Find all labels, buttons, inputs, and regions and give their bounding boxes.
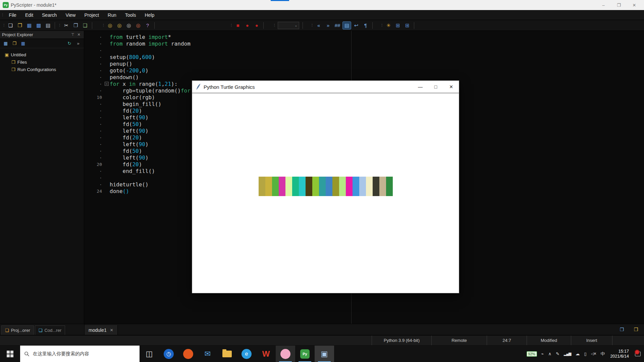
ime-indicator[interactable]: 中 bbox=[600, 351, 605, 357]
battery-badge[interactable]: 92% bbox=[527, 351, 537, 357]
pen-icon[interactable]: ✎ bbox=[556, 351, 559, 356]
project-explorer-toolbar: ▦❐▦↻» bbox=[0, 39, 84, 48]
taskbar-search-input[interactable]: 在这里输入你要搜索的内容 bbox=[20, 346, 140, 362]
export-icon[interactable]: ▤ bbox=[44, 21, 52, 29]
find-next-icon[interactable]: ◎ bbox=[115, 21, 124, 29]
menu-file[interactable]: File bbox=[4, 10, 21, 20]
window-layout-icon[interactable]: ⊞ bbox=[403, 21, 412, 29]
volume-muted-icon[interactable]: ◁✕ bbox=[591, 352, 596, 356]
orange-app-icon[interactable] bbox=[178, 346, 198, 362]
photos-app-icon[interactable] bbox=[276, 346, 295, 362]
task-view-icon[interactable]: ◫ bbox=[140, 346, 159, 362]
maximize-button[interactable]: ❐ bbox=[611, 0, 627, 10]
menu-tools[interactable]: Tools bbox=[121, 10, 141, 20]
project-save-icon[interactable]: ▦ bbox=[19, 40, 27, 47]
turtle-graphics-window[interactable]: Python Turtle Graphics — □ ✕ bbox=[192, 80, 459, 293]
cut-icon[interactable]: ✂ bbox=[62, 21, 71, 29]
start-button[interactable] bbox=[0, 346, 20, 362]
code-token: ): bbox=[171, 81, 177, 87]
mail-app-icon[interactable]: ✉ bbox=[198, 346, 217, 362]
pilcrow-icon[interactable]: ¶ bbox=[361, 21, 370, 29]
line-numbers-icon[interactable]: ## bbox=[333, 21, 342, 29]
taskbar-clock[interactable]: 15:17 2021/6/14 bbox=[607, 349, 632, 359]
turtle-window-titlebar[interactable]: Python Turtle Graphics — □ ✕ bbox=[192, 81, 459, 93]
find-icon[interactable]: ◎ bbox=[106, 21, 114, 29]
dock-tab-projorer[interactable]: ❏Proj...orer bbox=[1, 325, 34, 335]
run-config-combo[interactable]: ⌄ bbox=[278, 22, 299, 29]
find-in-files-icon[interactable]: ◎ bbox=[134, 21, 143, 29]
code-token: 1 bbox=[158, 81, 162, 87]
active-app-icon[interactable]: ▣ bbox=[315, 346, 334, 362]
code-token: color(rgb) bbox=[110, 94, 155, 101]
gutter-label: 20 bbox=[84, 162, 104, 167]
code-token: -200 bbox=[126, 67, 139, 74]
folder-icon bbox=[222, 351, 232, 357]
cloud-icon[interactable]: ☁ bbox=[576, 351, 580, 356]
open-file-icon[interactable]: ❐ bbox=[15, 21, 24, 29]
turtle-minimize-button[interactable]: — bbox=[413, 81, 428, 93]
minimize-button[interactable]: – bbox=[596, 0, 611, 10]
color-swatch bbox=[319, 177, 326, 196]
tree-item-run-configurations[interactable]: ❒Run Configurations bbox=[0, 66, 84, 73]
table-icon[interactable]: ⊞ bbox=[393, 21, 402, 29]
paste-icon[interactable]: ❑ bbox=[81, 21, 90, 29]
code-line: · bbox=[84, 47, 239, 54]
help-search-icon[interactable]: ? bbox=[143, 21, 152, 29]
toolbar-grip: ⁞ bbox=[229, 23, 233, 28]
tray-expand-icon[interactable]: ∧ bbox=[548, 351, 551, 356]
breakpoint-icon[interactable]: ● bbox=[243, 21, 252, 29]
clear-breakpoints-icon[interactable]: ● bbox=[252, 21, 261, 29]
indent-icon[interactable]: » bbox=[324, 21, 332, 29]
menu-help[interactable]: Help bbox=[140, 10, 159, 20]
gutter-label: 10 bbox=[84, 95, 104, 100]
color-swatch bbox=[312, 177, 319, 196]
close-button[interactable]: ✕ bbox=[627, 0, 642, 10]
turtle-maximize-button[interactable]: □ bbox=[428, 81, 443, 93]
file-explorer-icon[interactable] bbox=[217, 346, 237, 362]
edge-browser-icon[interactable]: e bbox=[237, 346, 256, 362]
clock-app-icon[interactable]: ◷ bbox=[159, 346, 178, 362]
menu-edit[interactable]: Edit bbox=[21, 10, 38, 20]
replace-icon[interactable]: ◎ bbox=[124, 21, 133, 29]
panel-overflow-icon[interactable]: » bbox=[74, 40, 82, 47]
save-all-icon[interactable]: ▩ bbox=[34, 21, 43, 29]
unindent-icon[interactable]: « bbox=[314, 21, 323, 29]
tab-close-icon[interactable]: ✕ bbox=[110, 328, 113, 333]
project-open-icon[interactable]: ❐ bbox=[10, 40, 18, 47]
battery-icon[interactable]: ▯ bbox=[584, 351, 587, 356]
options-icon[interactable]: ✳ bbox=[384, 21, 393, 29]
menu-project[interactable]: Project bbox=[80, 10, 103, 20]
tab-module1[interactable]: module1 ✕ bbox=[85, 325, 118, 335]
pin-icon[interactable]: ⊤ bbox=[70, 33, 76, 37]
tree-item-files[interactable]: ❒Files bbox=[0, 58, 84, 66]
menu-search[interactable]: Search bbox=[38, 10, 61, 20]
clock-time: 15:17 bbox=[610, 349, 629, 354]
toolbar-divider bbox=[372, 22, 373, 29]
project-new-icon[interactable]: ▦ bbox=[2, 40, 10, 47]
turtle-close-button[interactable]: ✕ bbox=[443, 81, 459, 93]
network-signal-icon[interactable]: ▂▄▆ bbox=[564, 352, 571, 356]
menu-view[interactable]: View bbox=[61, 10, 80, 20]
word-wrap-icon[interactable]: ↩ bbox=[352, 21, 361, 29]
wps-office-icon[interactable]: W bbox=[256, 346, 276, 362]
app-icon-shape: Py bbox=[300, 349, 310, 359]
fold-marker-icon[interactable]: − bbox=[105, 82, 109, 86]
tree-item-untitled[interactable]: ▣Untitled bbox=[0, 51, 84, 58]
save-file-icon[interactable]: ▦ bbox=[25, 21, 34, 29]
project-refresh-icon[interactable]: ↻ bbox=[65, 40, 73, 47]
gutter-label: · bbox=[84, 55, 104, 60]
bolt-icon[interactable]: ⌁ bbox=[541, 351, 544, 356]
folder-shortcut-icon[interactable]: ❒ bbox=[632, 325, 640, 334]
new-file-icon[interactable]: ❏ bbox=[6, 21, 15, 29]
window-list-icon[interactable]: ❐ bbox=[618, 325, 626, 334]
copy-icon[interactable]: ❐ bbox=[71, 21, 80, 29]
status-cell-24-7: 24:7 bbox=[487, 336, 527, 345]
menu-run[interactable]: Run bbox=[103, 10, 121, 20]
stop-icon[interactable]: ■ bbox=[233, 21, 242, 29]
show-special-chars-icon[interactable]: ▤ bbox=[342, 21, 351, 29]
toolbar-group: ⁞■●● bbox=[229, 20, 261, 31]
gutter-label: 24 bbox=[84, 189, 104, 194]
pyscripter-taskbar-icon[interactable]: Py bbox=[295, 346, 315, 362]
dock-tab-codrer[interactable]: ❏Cod...rer bbox=[35, 325, 65, 335]
panel-close-icon[interactable]: ✕ bbox=[76, 33, 82, 37]
